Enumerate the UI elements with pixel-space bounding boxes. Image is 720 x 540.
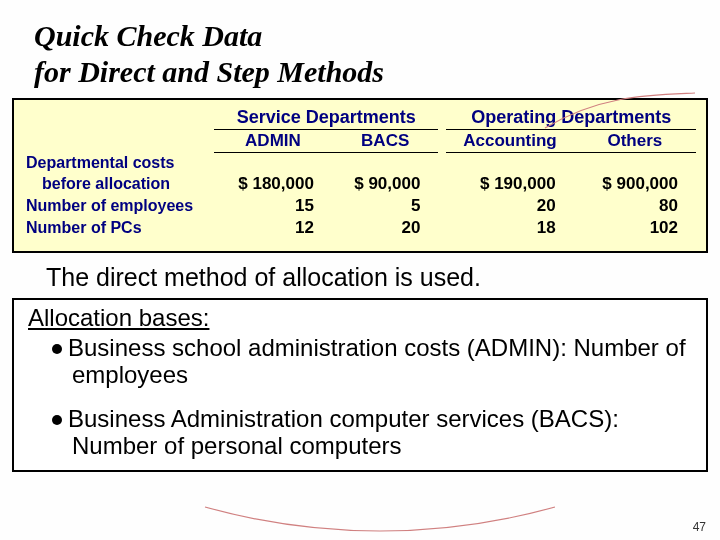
group-header-service: Service Departments bbox=[214, 106, 438, 130]
bullet-admin-text: Business school administration costs (AD… bbox=[68, 334, 686, 389]
data-table: Service Departments Operating Department… bbox=[12, 98, 708, 253]
cell-costs-others: $ 900,000 bbox=[574, 173, 696, 195]
cell-costs-accounting: $ 190,000 bbox=[446, 173, 573, 195]
group-header-operating: Operating Departments bbox=[446, 106, 696, 130]
bullet-bacs-text: Business Administration computer service… bbox=[68, 405, 619, 460]
bullet-bacs: Business Administration computer service… bbox=[72, 405, 692, 460]
row-label-costs-2: before allocation bbox=[24, 173, 214, 195]
cell-pcs-accounting: 18 bbox=[446, 217, 573, 239]
cell-emp-accounting: 20 bbox=[446, 195, 573, 217]
slide: Quick Check Data for Direct and Step Met… bbox=[0, 0, 720, 540]
bullet-dot-icon bbox=[52, 415, 62, 425]
title-line-1: Quick Check Data bbox=[34, 19, 262, 52]
cell-emp-bacs: 5 bbox=[332, 195, 439, 217]
cell-emp-admin: 15 bbox=[214, 195, 332, 217]
cell-pcs-bacs: 20 bbox=[332, 217, 439, 239]
bullet-admin: Business school administration costs (AD… bbox=[72, 334, 692, 389]
row-label-costs-1: Departmental costs bbox=[24, 153, 214, 173]
decor-curve-bottom-icon bbox=[200, 504, 560, 534]
row-label-pcs: Number of PCs bbox=[24, 217, 214, 239]
allocation-bases-box: Allocation bases: Business school admini… bbox=[12, 298, 708, 472]
cell-costs-admin: $ 180,000 bbox=[214, 173, 332, 195]
cell-pcs-admin: 12 bbox=[214, 217, 332, 239]
slide-title: Quick Check Data for Direct and Step Met… bbox=[0, 0, 720, 90]
row-label-employees: Number of employees bbox=[24, 195, 214, 217]
page-number: 47 bbox=[693, 520, 706, 534]
cell-costs-bacs: $ 90,000 bbox=[332, 173, 439, 195]
col-others: Others bbox=[574, 130, 696, 153]
cell-pcs-others: 102 bbox=[574, 217, 696, 239]
col-admin: ADMIN bbox=[214, 130, 332, 153]
col-accounting: Accounting bbox=[446, 130, 573, 153]
title-line-2: for Direct and Step Methods bbox=[34, 55, 384, 88]
direct-method-statement: The direct method of allocation is used. bbox=[46, 263, 720, 292]
col-bacs: BACS bbox=[332, 130, 439, 153]
bullet-dot-icon bbox=[52, 344, 62, 354]
cell-emp-others: 80 bbox=[574, 195, 696, 217]
allocation-heading: Allocation bases: bbox=[28, 304, 692, 332]
